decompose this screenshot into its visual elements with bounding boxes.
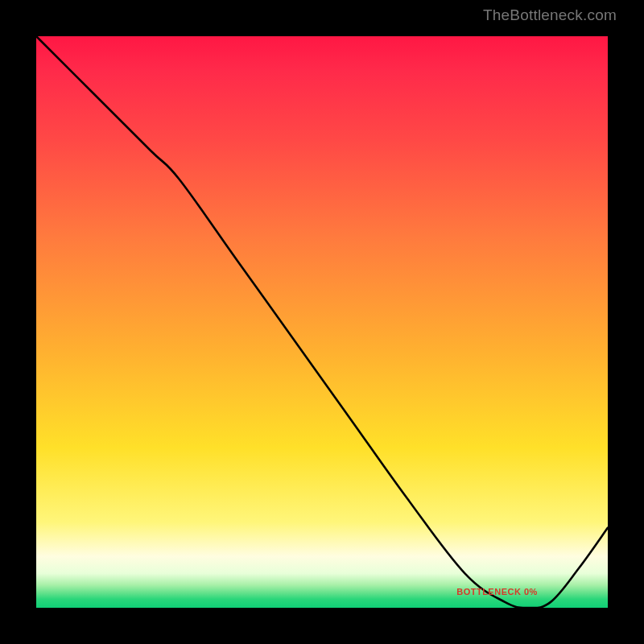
watermark-text: TheBottleneck.com (483, 6, 617, 24)
chart-frame: BOTTLENECK 0% (24, 24, 620, 620)
chart-line-layer (36, 36, 608, 608)
bottleneck-zero-label: BOTTLENECK 0% (456, 587, 538, 597)
chart-plot-area: BOTTLENECK 0% (36, 36, 608, 608)
bottleneck-curve (36, 36, 608, 608)
